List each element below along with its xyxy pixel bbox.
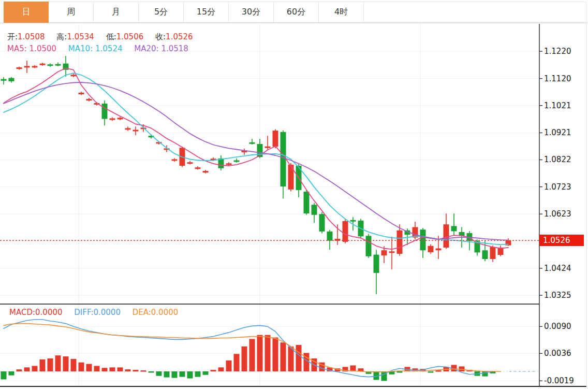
- y-axis-label: 1.0325: [544, 291, 571, 300]
- macd-histogram: [0, 335, 539, 381]
- macd-label: MACD:: [9, 308, 35, 317]
- ma10-line: [4, 73, 508, 244]
- macd-readout: MACD:0.0000 DIFF:0.0000 DEA:0.0000: [9, 308, 178, 317]
- tab-month[interactable]: 月: [94, 2, 139, 23]
- low-label: 低:: [106, 32, 116, 41]
- tab-label: 日: [22, 7, 31, 18]
- ma5-label: MA5:: [7, 44, 30, 53]
- y-axis-label: 1.0723: [544, 182, 571, 192]
- y-axis-label: 1.0921: [544, 128, 571, 137]
- ma20-value: 1.0518: [161, 44, 188, 53]
- tab-60min[interactable]: 60分: [274, 2, 319, 23]
- ma20-line: [4, 82, 508, 240]
- diff-label: DIFF:: [74, 308, 93, 317]
- tabbar-filler: [364, 2, 586, 23]
- dea-value: 0.0000: [151, 308, 179, 317]
- ma10-value: 1.0524: [95, 44, 123, 53]
- tab-label: 4时: [334, 7, 348, 18]
- tab-30min[interactable]: 30分: [229, 2, 274, 23]
- dea-label: DEA:: [133, 308, 151, 317]
- ma5-value: 1.0500: [30, 44, 57, 53]
- y-axis-label: 1.0822: [544, 155, 571, 164]
- diff-value: 0.0000: [93, 308, 121, 317]
- ma5-line: [4, 68, 508, 250]
- close-value: 1.0526: [166, 32, 193, 41]
- tab-label: 周: [67, 7, 75, 18]
- tab-day[interactable]: 日: [4, 2, 49, 23]
- open-label: 开:: [7, 32, 18, 41]
- y-axis-label: -0.0019: [544, 376, 574, 385]
- low-value: 1.0506: [116, 32, 144, 41]
- y-axis-label: 1.1021: [544, 101, 571, 110]
- macd-value: 0.0000: [35, 308, 63, 317]
- app-window: 日 周 月 5分 15分 30分 60分 4时 1.12201.11201.10…: [0, 0, 588, 389]
- tab-label: 5分: [154, 7, 168, 18]
- tab-label: 30分: [242, 7, 260, 18]
- tab-week[interactable]: 周: [49, 2, 94, 23]
- tab-label: 月: [112, 7, 120, 18]
- y-axis-label: 1.0424: [544, 264, 571, 273]
- chart-area[interactable]: 1.12201.11201.10211.09211.08221.07231.06…: [0, 23, 588, 389]
- tab-4hour[interactable]: 4时: [319, 2, 364, 23]
- y-axis-label: 0.0036: [544, 349, 571, 358]
- ma-readout: MA5: 1.0500 MA10: 1.0524 MA20: 1.0518: [7, 44, 188, 53]
- tab-label: 60分: [287, 7, 305, 18]
- ma20-label: MA20:: [134, 44, 161, 53]
- y-axis-label: 1.1120: [544, 74, 571, 83]
- kline-chart-canvas[interactable]: 1.12201.11201.10211.09211.08221.07231.06…: [0, 23, 588, 389]
- grid-layer: [0, 24, 539, 386]
- y-axis-label: 0.0090: [544, 322, 571, 331]
- y-axis-label: 1.1220: [544, 47, 571, 56]
- diff-line: [4, 320, 493, 377]
- high-value: 1.0534: [67, 32, 94, 41]
- tab-15min[interactable]: 15分: [184, 2, 229, 23]
- y-axis-label: 1.0623: [544, 209, 571, 219]
- candles-layer: [1, 56, 511, 294]
- current-price-tag: 1.0526: [539, 235, 584, 246]
- tab-5min[interactable]: 5分: [139, 2, 184, 23]
- tab-label: 15分: [197, 7, 215, 18]
- ma10-label: MA10:: [68, 44, 95, 53]
- close-label: 收:: [155, 32, 166, 41]
- timeframe-tabbar: 日 周 月 5分 15分 30分 60分 4时: [0, 0, 588, 23]
- high-label: 高:: [56, 32, 67, 41]
- ohlc-readout: 开:1.0508 高:1.0534 低:1.0506 收:1.0526: [7, 32, 193, 42]
- open-value: 1.0508: [18, 32, 45, 41]
